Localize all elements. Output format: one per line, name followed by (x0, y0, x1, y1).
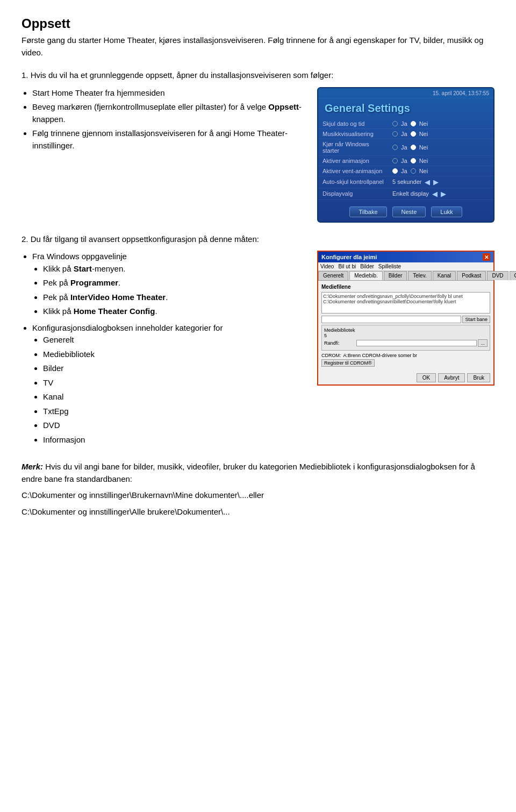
config-tabs: Generelt Mediebib. Bilder Telev. Kanal P… (318, 271, 493, 281)
list-item: Generelt (43, 334, 306, 346)
config-cancel-button[interactable]: Avbryt (438, 373, 465, 382)
list-item: Kanal (43, 391, 306, 403)
config-register-row: Registrer til CDROM® (321, 359, 490, 367)
tab-mediebibliotek[interactable]: Mediebib. (349, 271, 382, 280)
note-path1: C:\Dokumenter og innstillinger\Brukernav… (22, 489, 494, 502)
gs-radio-nei (411, 168, 416, 174)
config-random-input[interactable] (356, 340, 477, 346)
list-item: Klikk på Home Theater Config. (43, 305, 306, 318)
list-item: Klikk på Start-menyen. (43, 263, 306, 275)
config-ok-button[interactable]: OK (417, 373, 436, 382)
config-title: Konfigurer dla jeimi (321, 254, 377, 260)
gs-arrow-right[interactable]: ▶ (433, 178, 439, 186)
config-dialog: Konfigurer dla jeimi ✕ Video Bil ut bi B… (317, 251, 494, 386)
list-item: C:\Dokumenter ond\rettingsnavn\billett\D… (323, 299, 489, 304)
gs-row-1: Skjul dato og tid Ja Nei (318, 119, 493, 129)
list-item: Mediebibliotek (43, 348, 306, 361)
list-item: C:\Dokumenter ond\rettingsnavn_pcfolly\D… (323, 294, 489, 299)
gs-arrow-left[interactable]: ◀ (425, 178, 430, 186)
config-inner-section: Mediebibliotek 5 Randfi: ... (321, 325, 490, 351)
section1-text-col: Start Home Theater fra hjemmesiden Beveg… (22, 87, 306, 156)
page-title: Oppsett (22, 16, 494, 31)
gs-row-options: Enkelt display ◀ ▶ (388, 188, 493, 200)
config-body: Mediefilene C:\Dokumenter ond\rettingsna… (318, 281, 493, 371)
tab-dvd[interactable]: DVD (487, 271, 508, 280)
config-cdrom-row: CDROM: A:Brenn CDROM-drivere somer br (321, 353, 490, 358)
list-item: Følg trinnene gjennom installasjonsveivi… (32, 127, 306, 152)
gs-arrow-left[interactable]: ◀ (432, 190, 438, 198)
gs-row-options: Ja Nei (388, 139, 493, 155)
config-cdrom-section: CDROM: A:Brenn CDROM-drivere somer br Re… (321, 353, 490, 367)
tab-generelt[interactable]: Generelt (318, 271, 348, 280)
section2-main-bullets: Fra Windows oppgavelinje Klikk på Start-… (32, 251, 306, 446)
gen-settings-dialog: 15. april 2004, 13:57:55 General Setting… (317, 87, 494, 223)
list-item: Konfigurasjonsdialogboksen inneholder ka… (32, 322, 306, 446)
config-mediebibliotek-row: Mediebibliotek 5 (324, 327, 488, 338)
gs-row-5: Aktiver vent-animasjon Ja Nei (318, 166, 493, 176)
menu-item-video[interactable]: Video (320, 263, 334, 269)
gen-settings-image: 15. april 2004, 13:57:55 General Setting… (317, 87, 494, 223)
menu-item-bilutbi[interactable]: Bil ut bi (338, 263, 356, 269)
tab-podkast[interactable]: Podkast (457, 271, 486, 280)
gs-row-options: Ja Nei (388, 119, 493, 129)
section2-sub-bullets: Klikk på Start-menyen. Pek på Programmer… (43, 263, 306, 318)
config-random-browse[interactable]: ... (478, 339, 488, 347)
gs-row-label: Displayvalg (318, 188, 388, 200)
menu-item-spilleliste[interactable]: Spilleliste (378, 263, 401, 269)
gs-radio-nei (411, 158, 416, 163)
config-random-row: Randfi: ... (324, 339, 488, 347)
list-item: TV (43, 377, 306, 389)
config-inner-label: Mediebibliotek 5 (324, 327, 356, 338)
gs-row-3: Kjør når Windows starter Ja Nei (318, 139, 493, 155)
config-cdrom-label: CDROM: (321, 353, 341, 358)
gs-row-label: Kjør når Windows starter (318, 139, 388, 155)
note-text: Merk: Hvis du vil angi bane for bilder, … (22, 461, 494, 485)
list-item: Fra Windows oppgavelinje Klikk på Start-… (32, 251, 306, 318)
gs-lukk-button[interactable]: Lukk (431, 206, 462, 217)
config-browse-button[interactable]: Start bane (462, 316, 490, 323)
gs-radio-ja (392, 158, 398, 163)
list-item: Informasjon (43, 434, 306, 446)
gs-footer: Tilbake Neste Lukk (318, 202, 493, 222)
gs-radio-nei (411, 121, 416, 126)
tab-tv[interactable]: Telev. (408, 271, 431, 280)
config-register-button[interactable]: Registrer til CDROM® (321, 359, 375, 367)
gs-neste-button[interactable]: Neste (392, 206, 426, 217)
note-body: Hvis du vil angi bane for bilder, musikk… (22, 462, 475, 483)
list-item: Pek på Programmer. (43, 277, 306, 289)
list-item: Start Home Theater fra hjemmesiden (32, 87, 306, 99)
section2-intro: 2. Du får tilgang til avansert oppsettko… (22, 233, 494, 246)
gs-arrow-right[interactable]: ▶ (441, 190, 446, 198)
gs-row-2: Musikkvisualisering Ja Nei (318, 129, 493, 139)
gs-tilbake-button[interactable]: Tilbake (349, 206, 386, 217)
config-media-section: Mediefilene (321, 284, 490, 290)
config-paths-list[interactable]: C:\Dokumenter ond\rettingsnavn_pcfolly\D… (321, 292, 490, 314)
tab-bilder[interactable]: Bilder (384, 271, 407, 280)
section1-content: Start Home Theater fra hjemmesiden Beveg… (22, 87, 494, 223)
close-icon[interactable]: ✕ (483, 253, 490, 261)
gs-row-label: Skjul dato og tid (318, 119, 388, 129)
config-path-input[interactable] (321, 316, 461, 323)
menu-item-bilder[interactable]: Bilder (360, 263, 374, 269)
tab-kanal[interactable]: Kanal (433, 271, 456, 280)
gs-title: General Settings (318, 99, 493, 119)
section1-bullets: Start Home Theater fra hjemmesiden Beveg… (32, 87, 306, 152)
gs-row-label: Musikkvisualisering (318, 129, 388, 139)
list-item: Bilder (43, 362, 306, 375)
note-section: Merk: Hvis du vil angi bane for bilder, … (22, 461, 494, 518)
gs-row-label: Aktiver animasjon (318, 155, 388, 166)
list-item: TxtEpg (43, 405, 306, 418)
section-2: 2. Du får tilgang til avansert oppsettko… (22, 233, 494, 451)
tab-cler[interactable]: Cler (510, 271, 516, 280)
gs-topbar: 15. april 2004, 13:57:55 (318, 88, 493, 99)
config-apply-button[interactable]: Bruk (467, 373, 490, 382)
config-random-label: Randfi: (324, 340, 356, 346)
note-path2: C:\Dokumenter og innstillinger\Alle bruk… (22, 506, 494, 518)
page-header: Oppsett Første gang du starter Home Thea… (22, 16, 494, 59)
section1-body: Hvis du vil ha et grunnleggende oppsett,… (31, 70, 334, 80)
config-footer: OK Avbryt Bruk (318, 371, 493, 384)
gs-radio-ja (392, 121, 398, 126)
config-add-row: Start bane (321, 316, 490, 323)
gs-radio-ja (392, 145, 398, 150)
gs-radio-nei (411, 131, 416, 137)
